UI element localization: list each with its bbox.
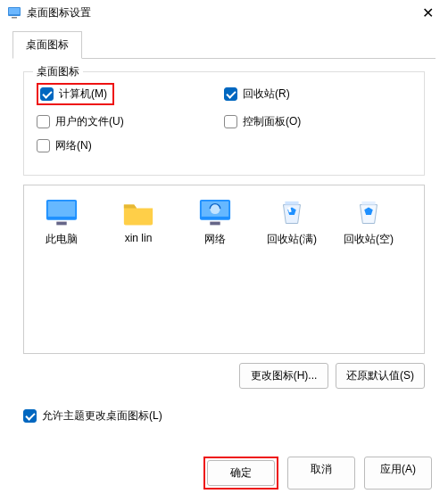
checkbox-userfiles[interactable] (37, 115, 50, 128)
checkbox-controlpanel-label: 控制面板(O) (243, 114, 301, 129)
titlebar: 桌面图标设置 ✕ (0, 0, 448, 25)
ok-button[interactable]: 确定 (207, 460, 275, 486)
allow-theme-row: 允许主题更改桌面图标(L) (23, 408, 425, 424)
checkbox-userfiles-label: 用户的文件(U) (55, 114, 124, 129)
content: 桌面图标 计算机(M) 回收站(R) 用户的文件(U) 控制面板(O) (0, 59, 448, 398)
restore-defaults-button[interactable]: 还原默认值(S) (336, 363, 425, 389)
icon-item-recycle-full[interactable]: 回收站(满) (263, 198, 320, 247)
svg-rect-4 (48, 202, 75, 217)
change-icon-button[interactable]: 更改图标(H)... (239, 363, 328, 389)
svg-rect-2 (12, 17, 17, 19)
window-title: 桌面图标设置 (27, 5, 415, 21)
app-icon (7, 5, 21, 20)
icon-item-recycle-empty[interactable]: 回收站(空) (340, 198, 397, 247)
highlight-ok: 确定 (203, 457, 278, 490)
icon-item-this-pc[interactable]: 此电脑 (33, 198, 90, 247)
checkbox-allow-theme-label: 允许主题更改桌面图标(L) (42, 408, 162, 424)
recycle-empty-icon (352, 198, 386, 226)
checkbox-network[interactable] (37, 139, 50, 152)
icon-item-folder[interactable]: xin lin (110, 198, 167, 244)
checkbox-computer-label: 计算机(M) (59, 86, 107, 102)
checkbox-allow-theme[interactable] (23, 409, 37, 423)
highlight-computer: 计算机(M) (37, 83, 114, 105)
dialog-footer: 确定 取消 应用(A) (203, 457, 432, 490)
desktop-icons-group: 桌面图标 计算机(M) 回收站(R) 用户的文件(U) 控制面板(O) (23, 71, 425, 176)
group-legend: 桌面图标 (33, 64, 83, 79)
checkbox-computer[interactable] (40, 87, 54, 101)
recycle-full-icon (275, 198, 309, 226)
icon-label: 回收站(满) (267, 232, 317, 247)
network-monitor-icon (198, 198, 232, 226)
svg-rect-5 (56, 222, 66, 226)
icon-label: 网络 (204, 232, 226, 247)
icon-item-network[interactable]: 网络 (187, 198, 244, 247)
checkbox-controlpanel[interactable] (224, 115, 237, 128)
tabbar: 桌面图标 (12, 30, 436, 59)
close-icon[interactable]: ✕ (415, 4, 441, 21)
checkbox-recycle[interactable] (224, 87, 237, 101)
icon-label: 此电脑 (46, 232, 78, 247)
checkbox-network-label: 网络(N) (55, 138, 92, 153)
checkbox-recycle-label: 回收站(R) (243, 86, 290, 102)
folder-icon (121, 198, 155, 226)
icon-preview-list: 此电脑 xin lin 网络 回收站(满) 回收站(空) (23, 185, 425, 354)
icon-label: 回收站(空) (344, 232, 394, 247)
monitor-icon (45, 198, 79, 226)
svg-rect-9 (210, 222, 220, 226)
tab-desktop-icons[interactable]: 桌面图标 (12, 31, 82, 59)
svg-rect-1 (9, 8, 20, 14)
cancel-button[interactable]: 取消 (287, 457, 355, 490)
apply-button[interactable]: 应用(A) (364, 457, 432, 490)
icon-label: xin lin (125, 232, 153, 244)
